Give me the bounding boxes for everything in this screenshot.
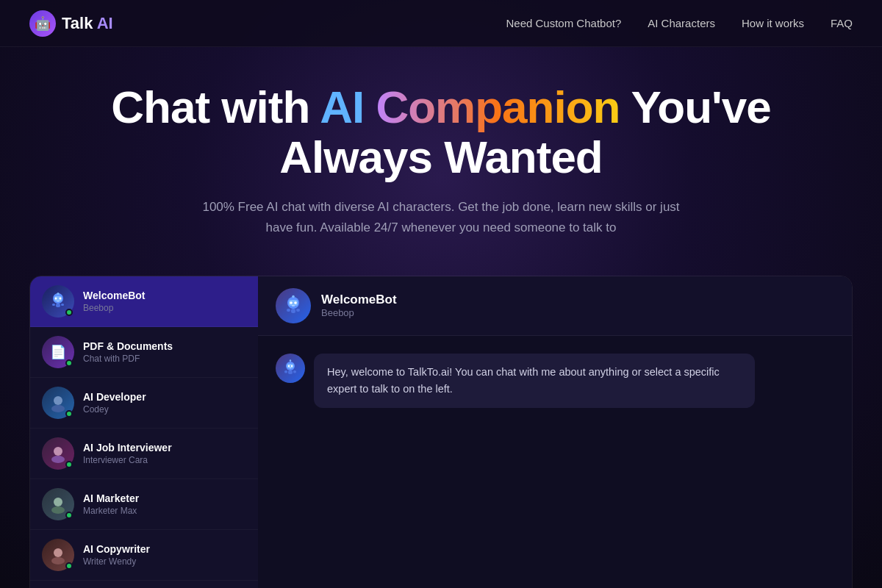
svg-point-2 [55, 297, 57, 299]
sidebar-text-interviewer: AI Job Interviewer Interviewer Cara [83, 442, 172, 465]
sidebar-name-developer: AI Developer [83, 391, 146, 403]
sidebar-text-pdf: PDF & Documents Chat with PDF [83, 340, 173, 364]
sidebar-sub-pdf: Chat with PDF [83, 354, 173, 364]
sidebar-sub-welcomebot: Beebop [83, 303, 146, 313]
svg-point-37 [291, 365, 293, 367]
chat-main: WelcomeBot Beebop [258, 276, 852, 588]
svg-rect-28 [292, 305, 295, 306]
navbar: 🤖 Talk AI Need Custom Chatbot? AI Charac… [0, 0, 882, 47]
sidebar-text-developer: AI Developer Codey [83, 391, 146, 415]
chat-header: WelcomeBot Beebop [258, 276, 852, 336]
chat-header-avatar [276, 288, 311, 323]
sidebar-sub-developer: Codey [83, 404, 146, 415]
sidebar-item-marketer[interactable]: AI Marketer Marketer Max [30, 479, 258, 530]
chat-container: WelcomeBot Beebop 📄 PDF & Documents Chat… [29, 276, 853, 588]
online-indicator-welcomebot [65, 309, 73, 316]
chat-sidebar: WelcomeBot Beebop 📄 PDF & Documents Chat… [30, 276, 258, 588]
logo[interactable]: 🤖 Talk AI [29, 10, 113, 37]
title-space [364, 82, 376, 132]
nav-faq[interactable]: FAQ [831, 17, 853, 29]
sidebar-text-welcomebot: WelcomeBot Beebop [83, 290, 146, 313]
sidebar-item-pdf[interactable]: 📄 PDF & Documents Chat with PDF [30, 327, 258, 378]
welcome-message-bubble: Hey, welcome to TalkTo.ai! You can chat … [314, 354, 755, 408]
message-row-welcome: Hey, welcome to TalkTo.ai! You can chat … [276, 354, 834, 408]
svg-point-3 [60, 297, 62, 299]
online-indicator-developer [65, 410, 73, 417]
svg-point-33 [292, 295, 295, 298]
sidebar-name-pdf: PDF & Documents [83, 340, 173, 352]
message-avatar-bot [276, 354, 305, 383]
avatar-wrapper-developer [42, 387, 74, 419]
svg-point-27 [294, 301, 297, 304]
svg-rect-7 [61, 304, 64, 306]
sidebar-sub-copywriter: Writer Wendy [83, 556, 150, 567]
title-companion: Companion [376, 82, 620, 132]
svg-point-12 [54, 447, 62, 456]
hero-title: Chat with AI Companion You've Always Wan… [59, 82, 823, 182]
svg-point-26 [290, 301, 293, 304]
svg-rect-38 [290, 368, 292, 368]
logo-icon: 🤖 [29, 10, 56, 37]
welcome-message-text: Hey, welcome to TalkTo.ai! You can chat … [327, 366, 720, 395]
sidebar-name-copywriter: AI Copywriter [83, 543, 150, 555]
title-ai: AI [320, 82, 364, 132]
avatar-wrapper-interviewer [42, 437, 74, 470]
sidebar-item-welcomebot[interactable]: WelcomeBot Beebop [30, 276, 258, 327]
svg-point-17 [51, 557, 65, 564]
hero-section: Chat with AI Companion You've Always Wan… [0, 47, 882, 261]
sidebar-sub-interviewer: Interviewer Cara [83, 455, 172, 465]
avatar-wrapper-pdf: 📄 [42, 336, 74, 368]
svg-point-16 [54, 548, 62, 557]
avatar-wrapper-marketer [42, 488, 74, 520]
nav-how-it-works[interactable]: How it works [742, 17, 804, 29]
svg-point-11 [51, 405, 65, 412]
online-indicator-interviewer [65, 461, 73, 468]
svg-rect-40 [284, 370, 287, 373]
sidebar-name-welcomebot: WelcomeBot [83, 290, 146, 301]
chat-header-name: WelcomeBot [321, 293, 397, 307]
nav-links: Need Custom Chatbot? AI Characters How i… [506, 17, 853, 29]
svg-point-15 [51, 506, 65, 514]
svg-rect-29 [291, 309, 295, 313]
sidebar-item-copywriter[interactable]: AI Copywriter Writer Wendy [30, 530, 258, 581]
svg-rect-5 [56, 304, 60, 307]
online-indicator-copywriter [65, 562, 73, 570]
chat-header-sub: Beebop [321, 307, 397, 318]
sidebar-item-developer[interactable]: AI Developer Codey [30, 378, 258, 429]
svg-rect-31 [296, 309, 300, 312]
avatar-wrapper-copywriter [42, 539, 74, 571]
sidebar-text-marketer: AI Marketer Marketer Max [83, 492, 139, 516]
sidebar-text-copywriter: AI Copywriter Writer Wendy [83, 543, 150, 567]
svg-rect-39 [288, 370, 293, 374]
svg-rect-30 [287, 309, 290, 312]
online-indicator-marketer [65, 512, 73, 519]
sidebar-name-marketer: AI Marketer [83, 492, 139, 504]
sidebar-name-interviewer: AI Job Interviewer [83, 442, 172, 453]
sidebar-sub-marketer: Marketer Max [83, 506, 139, 516]
chat-messages: Hey, welcome to TalkTo.ai! You can chat … [258, 336, 852, 588]
svg-rect-41 [293, 370, 296, 373]
online-indicator-pdf [65, 359, 73, 367]
sidebar-item-interviewer[interactable]: AI Job Interviewer Interviewer Cara [30, 429, 258, 479]
svg-point-36 [288, 365, 290, 367]
svg-point-10 [54, 396, 62, 405]
svg-point-9 [57, 293, 60, 295]
svg-rect-4 [57, 301, 60, 302]
svg-point-43 [290, 359, 291, 361]
svg-point-13 [51, 456, 65, 463]
hero-subtitle: 100% Free AI chat with diverse AI charac… [191, 197, 691, 237]
sidebar-item-advertiser[interactable]: AI Advertiser Ads Adrian [30, 581, 258, 588]
avatar-wrapper-welcomebot [42, 285, 74, 318]
title-prefix: Chat with [111, 82, 320, 132]
logo-text: Talk AI [62, 14, 113, 33]
nav-custom-chatbot[interactable]: Need Custom Chatbot? [506, 17, 622, 29]
nav-ai-characters[interactable]: AI Characters [648, 17, 715, 29]
svg-point-14 [54, 498, 62, 506]
chat-header-text: WelcomeBot Beebop [321, 293, 397, 318]
svg-rect-6 [52, 304, 55, 306]
